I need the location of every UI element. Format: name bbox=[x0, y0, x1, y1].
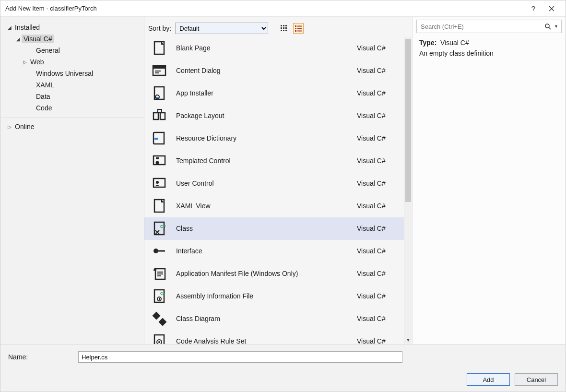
window-title: Add New Item - classifierPyTorch bbox=[5, 5, 524, 12]
template-item[interactable]: XAML ViewVisual C# bbox=[144, 195, 404, 217]
grid-icon bbox=[280, 24, 288, 32]
template-name: User Control bbox=[176, 179, 348, 187]
svg-rect-9 bbox=[295, 25, 296, 27]
template-item[interactable]: App InstallerVisual C# bbox=[144, 82, 404, 105]
svg-rect-1 bbox=[283, 25, 284, 26]
tree-item-installed[interactable]: ◢ Installed bbox=[4, 22, 142, 33]
template-language: Visual C# bbox=[357, 247, 397, 255]
template-item[interactable]: Code Analysis Rule SetVisual C# bbox=[144, 330, 404, 344]
template-language: Visual C# bbox=[357, 44, 397, 52]
template-icon bbox=[151, 310, 167, 327]
svg-line-16 bbox=[549, 27, 551, 29]
template-item[interactable]: Blank PageVisual C# bbox=[144, 37, 404, 59]
template-icon bbox=[151, 198, 167, 214]
svg-rect-6 bbox=[281, 30, 282, 31]
template-icon bbox=[151, 265, 167, 282]
scroll-down-arrow-icon: ▼ bbox=[404, 336, 412, 344]
template-item[interactable]: Resource DictionaryVisual C# bbox=[144, 127, 404, 150]
svg-rect-11 bbox=[295, 28, 296, 29]
view-list-button[interactable] bbox=[293, 23, 304, 34]
scrollbar-thumb[interactable] bbox=[405, 39, 411, 202]
svg-rect-8 bbox=[285, 30, 287, 31]
template-icon bbox=[151, 130, 167, 146]
chevron-down-icon: ◢ bbox=[15, 36, 22, 42]
template-language: Visual C# bbox=[357, 292, 397, 300]
name-input[interactable] bbox=[78, 351, 402, 363]
view-small-icons-button[interactable] bbox=[279, 23, 289, 34]
template-name: Code Analysis Rule Set bbox=[176, 337, 348, 344]
template-name: XAML View bbox=[176, 202, 348, 210]
template-language: Visual C# bbox=[357, 337, 397, 344]
close-button[interactable] bbox=[542, 1, 561, 16]
help-button[interactable]: ? bbox=[524, 1, 542, 16]
template-language: Visual C# bbox=[357, 202, 397, 210]
svg-rect-14 bbox=[297, 31, 302, 32]
template-icon bbox=[151, 85, 167, 101]
tree-item-data[interactable]: Data bbox=[4, 91, 142, 102]
template-item[interactable]: Application Manifest File (Windows Only)… bbox=[144, 262, 404, 285]
toolbar: Sort by: Default bbox=[144, 17, 412, 37]
template-name: Package Layout bbox=[176, 112, 348, 119]
vertical-scrollbar[interactable]: ▲ ▼ bbox=[404, 37, 412, 344]
svg-rect-7 bbox=[283, 30, 284, 31]
template-item[interactable]: Class DiagramVisual C# bbox=[144, 308, 404, 330]
template-name: Application Manifest File (Windows Only) bbox=[176, 270, 348, 277]
search-input[interactable] bbox=[421, 23, 544, 30]
template-language: Visual C# bbox=[357, 315, 397, 322]
template-icon bbox=[151, 62, 167, 79]
tree-item-windows-universal[interactable]: Windows Universal bbox=[4, 68, 142, 79]
template-item[interactable]: User ControlVisual C# bbox=[144, 172, 404, 195]
details-description: An empty class definition bbox=[419, 49, 559, 57]
svg-rect-3 bbox=[281, 27, 282, 29]
template-name: Assembly Information File bbox=[176, 292, 348, 300]
tree-item-label: Data bbox=[34, 92, 52, 101]
name-label: Name: bbox=[6, 353, 73, 361]
footer: Name: Add Cancel bbox=[0, 344, 566, 392]
tree-item-online[interactable]: ▷ Online bbox=[4, 121, 142, 132]
cancel-button[interactable]: Cancel bbox=[515, 373, 558, 386]
svg-rect-5 bbox=[285, 27, 287, 29]
template-icon bbox=[151, 288, 167, 304]
tree-item-web[interactable]: ▷ Web bbox=[4, 56, 142, 68]
template-language: Visual C# bbox=[357, 89, 397, 97]
tree-item-code[interactable]: Code bbox=[4, 102, 142, 114]
svg-point-15 bbox=[545, 24, 549, 28]
template-item[interactable]: Templated ControlVisual C# bbox=[144, 150, 404, 172]
template-item[interactable]: Assembly Information FileVisual C# bbox=[144, 285, 404, 308]
template-item[interactable]: Package LayoutVisual C# bbox=[144, 105, 404, 127]
template-item[interactable]: InterfaceVisual C# bbox=[144, 240, 404, 262]
list-icon bbox=[295, 24, 302, 32]
chevron-right-icon: ▷ bbox=[6, 124, 13, 130]
template-language: Visual C# bbox=[357, 179, 397, 187]
template-item[interactable]: Content DialogVisual C# bbox=[144, 59, 404, 82]
template-name: Content Dialog bbox=[176, 67, 348, 74]
template-icon bbox=[151, 107, 167, 124]
search-box[interactable]: ▼ bbox=[416, 20, 562, 33]
template-item[interactable]: ClassVisual C# bbox=[144, 217, 404, 240]
template-language: Visual C# bbox=[357, 225, 397, 232]
tree-item-label: Web bbox=[28, 58, 46, 66]
tree-item-visual-csharp[interactable]: ◢ Visual C# bbox=[4, 33, 142, 45]
close-icon bbox=[549, 6, 554, 12]
template-language: Visual C# bbox=[357, 67, 397, 74]
tree-item-label: Installed bbox=[13, 23, 42, 32]
template-list: Blank PageVisual C#Content DialogVisual … bbox=[144, 37, 404, 344]
template-icon bbox=[151, 40, 167, 56]
add-button[interactable]: Add bbox=[467, 373, 510, 386]
title-bar: Add New Item - classifierPyTorch ? bbox=[0, 0, 566, 17]
svg-rect-10 bbox=[297, 26, 302, 27]
tree-item-label: Windows Universal bbox=[34, 69, 95, 78]
search-dropdown-icon[interactable]: ▼ bbox=[554, 24, 558, 29]
template-name: Class Diagram bbox=[176, 315, 348, 322]
template-language: Visual C# bbox=[357, 112, 397, 119]
tree-item-xaml[interactable]: XAML bbox=[4, 79, 142, 91]
tree-item-label: Online bbox=[13, 122, 36, 131]
template-language: Visual C# bbox=[357, 157, 397, 165]
details-type-value: Visual C# bbox=[440, 39, 469, 47]
template-language: Visual C# bbox=[357, 270, 397, 277]
sort-by-select[interactable]: Default bbox=[175, 23, 268, 34]
template-icon bbox=[151, 175, 167, 191]
tree-item-general[interactable]: General bbox=[4, 45, 142, 56]
search-icon[interactable] bbox=[544, 23, 553, 30]
chevron-down-icon: ◢ bbox=[6, 25, 13, 30]
